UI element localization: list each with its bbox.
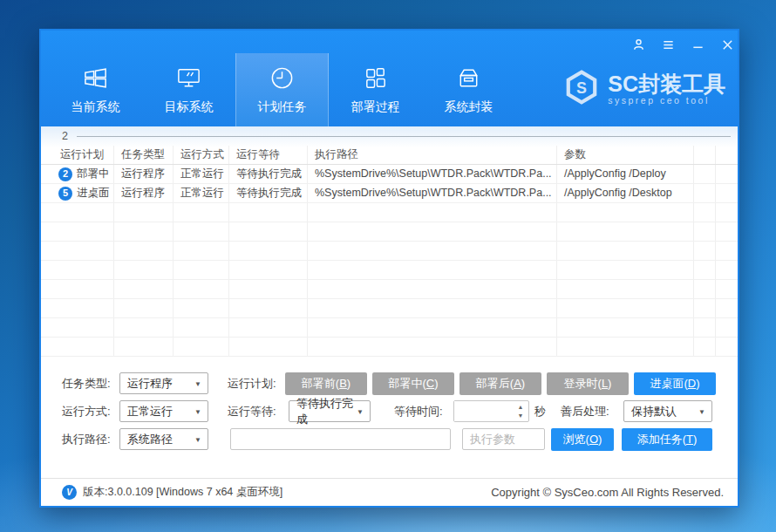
task-type-label: 任务类型: <box>62 372 111 395</box>
col-extra <box>694 146 716 164</box>
row-badge: 5 <box>58 187 72 201</box>
tab-label: 部署过程 <box>351 99 400 115</box>
plan-after-deploy-button[interactable]: 部署后(A) <box>459 372 541 395</box>
group-count: 2 <box>62 130 68 142</box>
wait-time-label: 等待时间: <box>394 400 443 423</box>
post-process-select[interactable]: 保持默认▼ <box>623 400 712 422</box>
run-wait-select[interactable]: 等待执行完成▼ <box>289 400 371 422</box>
col-run-wait[interactable]: 运行等待 <box>229 146 308 164</box>
cell-wait: 等待执行完成 <box>229 165 308 183</box>
seconds-unit-label: 秒 <box>534 400 546 423</box>
cell-path: %SystemDrive%\Setup\WTDR.Pack\WTDR.Pa... <box>308 184 557 202</box>
col-run-mode[interactable]: 运行方式 <box>174 146 229 164</box>
chevron-down-icon: ▼ <box>194 436 201 444</box>
cell-type: 运行程序 <box>114 165 174 183</box>
wait-time-stepper[interactable]: ▲ ▼ <box>453 400 529 422</box>
cell-args: /ApplyConfig /Deploy <box>557 165 694 183</box>
table-empty-row <box>41 338 738 357</box>
exec-path-label: 执行路径: <box>62 428 111 451</box>
plan-logon-button[interactable]: 登录时(L) <box>547 372 629 395</box>
plan-desktop-button[interactable]: 进桌面(D) <box>634 372 716 395</box>
task-type-select[interactable]: 运行程序▼ <box>119 372 208 394</box>
windows-icon <box>82 65 109 92</box>
wait-time-input[interactable] <box>454 401 513 421</box>
chevron-down-icon: ▼ <box>357 408 364 416</box>
col-filler <box>716 146 738 164</box>
col-args[interactable]: 参数 <box>557 146 694 164</box>
copyright-text: Copyright © SysCeo.com All Rights Reserv… <box>491 486 724 499</box>
table-row[interactable]: 2部署中 运行程序 正常运行 等待执行完成 %SystemDrive%\Setu… <box>41 165 738 184</box>
table-empty-row <box>41 261 738 280</box>
svg-text:S: S <box>576 79 587 97</box>
col-exec-path[interactable]: 执行路径 <box>308 146 557 164</box>
nav-tabs: 当前系统 目标系统 计划任务 部署过程 系统封装 <box>49 53 515 126</box>
cell-plan: 进桌面 <box>77 184 110 202</box>
exec-args-input[interactable] <box>462 428 545 450</box>
run-wait-label: 运行等待: <box>228 400 276 423</box>
add-task-button[interactable]: 添加任务(T) <box>622 428 712 451</box>
tab-system-package[interactable]: 系统封装 <box>422 53 515 126</box>
table-header-row: 运行计划 任务类型 运行方式 运行等待 执行路径 参数 <box>41 146 738 165</box>
cell-type: 运行程序 <box>114 184 174 202</box>
chevron-down-icon: ▼ <box>698 408 705 416</box>
table-group-row[interactable]: 2 <box>41 126 738 146</box>
tab-deploy-process[interactable]: 部署过程 <box>329 53 422 126</box>
logo-subtitle: sysprep ceo tool <box>608 95 725 106</box>
table-empty-row <box>41 222 738 242</box>
chevron-down-icon: ▼ <box>194 408 201 416</box>
run-mode-select[interactable]: 正常运行▼ <box>119 400 208 422</box>
table-empty-row <box>41 318 738 338</box>
table-empty-row <box>41 203 738 222</box>
tab-label: 系统封装 <box>445 99 494 115</box>
version-badge-icon: V <box>62 485 77 500</box>
user-icon[interactable] <box>631 38 645 51</box>
col-run-plan[interactable]: 运行计划 <box>41 146 114 164</box>
cell-mode: 正常运行 <box>174 184 229 202</box>
task-table: 2 运行计划 任务类型 运行方式 运行等待 执行路径 参数 2部署中 运行程序 … <box>41 126 738 360</box>
logo-title: SC封装工具 <box>608 72 725 95</box>
app-logo: S SC封装工具 sysprep ceo tool <box>563 69 725 109</box>
exec-path-select[interactable]: 系统路径▼ <box>119 428 208 450</box>
tab-label: 当前系统 <box>71 99 120 115</box>
chevron-down-icon: ▼ <box>194 380 201 388</box>
post-process-label: 善后处理: <box>561 400 609 423</box>
tab-current-system[interactable]: 当前系统 <box>49 53 142 126</box>
grid-icon <box>362 65 389 92</box>
cell-args: /ApplyConfig /Desktop <box>557 184 694 202</box>
minimize-icon[interactable] <box>691 38 705 51</box>
plan-during-deploy-button[interactable]: 部署中(C) <box>372 372 454 395</box>
tab-label: 目标系统 <box>165 99 214 115</box>
cell-wait: 等待执行完成 <box>229 184 308 202</box>
close-icon[interactable] <box>720 38 734 51</box>
cell-plan: 部署中 <box>77 165 110 183</box>
program-path-input[interactable] <box>230 428 451 450</box>
version-text: 版本:3.0.0.109 [Windows 7 x64 桌面环境] <box>83 485 282 500</box>
titlebar-controls <box>631 38 734 51</box>
task-form: 任务类型: 运行程序▼ 运行计划: 部署前(B) 部署中(C) 部署后(A) 登… <box>41 360 738 481</box>
empty-rows <box>41 203 738 357</box>
package-icon <box>455 65 482 92</box>
cell-path: %SystemDrive%\Setup\WTDR.Pack\WTDR.Pa... <box>308 165 557 183</box>
run-mode-label: 运行方式: <box>62 400 111 423</box>
tab-label: 计划任务 <box>258 99 307 115</box>
clock-icon <box>269 65 296 92</box>
cell-mode: 正常运行 <box>174 165 229 183</box>
tab-target-system[interactable]: 目标系统 <box>142 53 235 126</box>
header: 当前系统 目标系统 计划任务 部署过程 系统封装 S <box>41 31 738 126</box>
row-badge: 2 <box>58 167 72 181</box>
stepper-down-icon[interactable]: ▼ <box>515 411 526 420</box>
tab-scheduled-tasks[interactable]: 计划任务 <box>235 53 329 126</box>
table-row[interactable]: 5进桌面 运行程序 正常运行 等待执行完成 %SystemDrive%\Setu… <box>41 184 738 203</box>
table-empty-row <box>41 242 738 261</box>
table-empty-row <box>41 299 738 318</box>
browse-button[interactable]: 浏览(O) <box>551 428 614 451</box>
table-empty-row <box>41 280 738 299</box>
monitor-icon <box>175 65 202 92</box>
group-divider <box>77 136 731 137</box>
col-task-type[interactable]: 任务类型 <box>114 146 174 164</box>
run-plan-label: 运行计划: <box>228 372 276 395</box>
logo-hexagon-icon: S <box>563 69 600 109</box>
plan-before-deploy-button[interactable]: 部署前(B) <box>285 372 367 395</box>
status-bar: V 版本:3.0.0.109 [Windows 7 x64 桌面环境] Copy… <box>41 478 738 506</box>
menu-icon[interactable] <box>661 38 675 51</box>
